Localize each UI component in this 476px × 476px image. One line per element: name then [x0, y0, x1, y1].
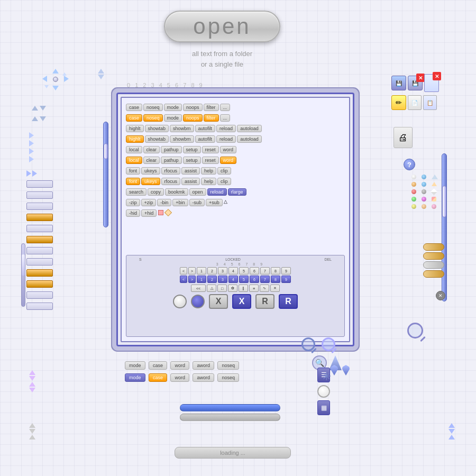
- reload-btn3[interactable]: reload: [207, 188, 227, 196]
- kbd-sq[interactable]: □: [217, 285, 227, 292]
- assist-btn[interactable]: assist: [181, 167, 200, 175]
- bluetooth-icon[interactable]: ✳: [322, 370, 331, 383]
- kbd-9[interactable]: 9: [281, 267, 291, 274]
- kbd-gt[interactable]: >: [188, 267, 196, 274]
- r-gray-btn[interactable]: R: [255, 294, 274, 309]
- mode-tag-1[interactable]: mode: [125, 361, 145, 370]
- aword-tag-1[interactable]: aword: [193, 361, 214, 370]
- kbd-dash[interactable]: ≡: [249, 285, 259, 292]
- showbm-btn[interactable]: showbm: [170, 125, 194, 132]
- kbd-2[interactable]: 2: [207, 267, 217, 274]
- search-ring[interactable]: [301, 337, 315, 351]
- kbd-1[interactable]: 1: [197, 267, 206, 274]
- mode-btn[interactable]: mode: [164, 104, 182, 111]
- kbd-5[interactable]: 5: [239, 267, 249, 274]
- search-btn[interactable]: search: [126, 188, 147, 196]
- zip-minus[interactable]: -zip: [126, 199, 140, 206]
- copy-btn[interactable]: copy: [148, 188, 164, 196]
- assist-btn2[interactable]: assist: [181, 178, 200, 185]
- filter-btn2[interactable]: filter: [204, 114, 219, 122]
- autofilt-btn[interactable]: autofilt: [195, 125, 216, 132]
- local-btn2[interactable]: local: [126, 157, 142, 164]
- x-blue-btn[interactable]: X: [232, 294, 251, 309]
- case-btn[interactable]: case: [126, 104, 142, 111]
- magnifier-icon[interactable]: [407, 323, 423, 338]
- kbd-cross[interactable]: ✕: [270, 285, 280, 292]
- kbd-3[interactable]: 3: [218, 267, 227, 274]
- noseq-btn2[interactable]: noseq: [143, 114, 163, 122]
- kbd-lt[interactable]: <: [180, 267, 187, 274]
- bookmk-btn[interactable]: bookmk: [165, 188, 188, 196]
- kbd-3b[interactable]: 3: [218, 276, 227, 283]
- local-btn[interactable]: local: [126, 146, 142, 153]
- zip-plus[interactable]: +zip: [141, 199, 157, 206]
- kbd-4b[interactable]: 4: [228, 276, 238, 283]
- kbd-9b[interactable]: 9: [281, 276, 291, 283]
- reload-btn2[interactable]: reload: [216, 135, 236, 143]
- case-btn2[interactable]: case: [126, 114, 142, 122]
- word-btn2[interactable]: word: [220, 157, 237, 164]
- disk-icon-1[interactable]: 💾: [391, 76, 406, 90]
- noops-btn2[interactable]: noops: [183, 114, 203, 122]
- autoload-btn2[interactable]: autoload: [237, 135, 262, 143]
- highlt-btn2[interactable]: highlt: [126, 135, 144, 143]
- kbd-1b[interactable]: 1: [197, 276, 206, 283]
- word-tag-2[interactable]: word: [170, 373, 189, 382]
- kbd-gear[interactable]: ✿: [228, 285, 237, 292]
- reset-btn[interactable]: reset: [202, 146, 219, 153]
- kbd-pause[interactable]: ‖: [239, 285, 248, 292]
- kbd-5b[interactable]: 5: [239, 276, 249, 283]
- ellipsis-btn[interactable]: ...: [220, 104, 231, 111]
- kbd-wave[interactable]: ∿: [260, 285, 269, 292]
- case-tag-2[interactable]: case: [149, 373, 167, 382]
- kbd-7b[interactable]: 7: [260, 276, 270, 283]
- mode-tag-2[interactable]: mode: [125, 373, 145, 382]
- menu-icon[interactable]: ▦: [317, 400, 330, 415]
- noseq-tag-2[interactable]: noseq: [217, 373, 239, 382]
- kbd-8[interactable]: 8: [271, 267, 280, 274]
- noseq-btn[interactable]: noseq: [143, 104, 163, 111]
- kbd-gt2[interactable]: >: [188, 276, 196, 283]
- blue-scrollbar-right[interactable]: [442, 153, 447, 301]
- case-tag-1[interactable]: case: [149, 361, 167, 370]
- aword-tag-2[interactable]: aword: [193, 373, 214, 382]
- doc-icon[interactable]: 🖨: [393, 127, 413, 148]
- showtab-btn[interactable]: showtab: [145, 125, 169, 132]
- setup-btn[interactable]: setup: [183, 146, 201, 153]
- bin-minus[interactable]: -bin: [157, 199, 171, 206]
- word-tag-1[interactable]: word: [170, 361, 189, 370]
- kbd-6[interactable]: 6: [250, 267, 259, 274]
- arrow-up-icon[interactable]: [52, 69, 59, 74]
- circle-blue[interactable]: [191, 295, 205, 308]
- blue-scrollbar-left[interactable]: [103, 122, 108, 227]
- kbd-4[interactable]: 4: [228, 267, 238, 274]
- autoload-btn[interactable]: autoload: [237, 125, 262, 132]
- noops-btn[interactable]: noops: [183, 104, 203, 111]
- autofilt-btn2[interactable]: autofilt: [195, 135, 216, 143]
- kbd-up2[interactable]: △: [207, 285, 216, 292]
- search-ring2[interactable]: [322, 337, 335, 351]
- highlt-btn[interactable]: highlt: [126, 125, 144, 132]
- hid-plus[interactable]: +hid: [141, 209, 157, 217]
- help-icon[interactable]: ?: [404, 159, 415, 170]
- kbd-2b[interactable]: 2: [207, 276, 217, 283]
- mode-btn2[interactable]: mode: [164, 114, 182, 122]
- font-btn[interactable]: font: [126, 167, 140, 175]
- kbd-lt2[interactable]: <: [180, 276, 187, 283]
- ball-icon[interactable]: [317, 385, 330, 398]
- pencil-icon[interactable]: ✏: [391, 95, 406, 110]
- ukeys-btn2[interactable]: ukeys: [141, 178, 160, 185]
- sub-plus[interactable]: +sub: [206, 199, 223, 206]
- kbd-ll[interactable]: <<: [191, 285, 206, 292]
- kbd-8b[interactable]: 8: [271, 276, 280, 283]
- bin-plus[interactable]: +bin: [172, 199, 188, 206]
- setup-btn2[interactable]: setup: [183, 157, 201, 164]
- rlarge-btn[interactable]: rlarge: [228, 188, 246, 196]
- kbd-7[interactable]: 7: [260, 267, 270, 274]
- font-btn2[interactable]: font: [126, 178, 140, 185]
- kbd-6b[interactable]: 6: [250, 276, 259, 283]
- showtab-btn2[interactable]: showtab: [145, 135, 169, 143]
- left-scrollbar[interactable]: [21, 243, 25, 307]
- clear-btn[interactable]: clear: [143, 146, 160, 153]
- r-blue-btn[interactable]: R: [279, 294, 298, 309]
